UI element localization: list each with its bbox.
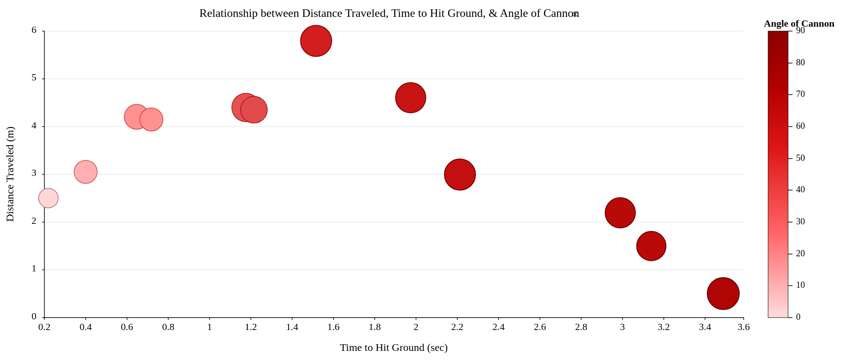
- x-tick-20: 2: [414, 321, 419, 332]
- colorbar-tick-30: 30: [796, 216, 805, 226]
- x-tick-08: 0.8: [162, 321, 174, 332]
- x-tick-36: 3.6: [737, 321, 750, 332]
- data-point-1: [39, 188, 58, 208]
- y-axis-label: Distance Traveled (m): [4, 127, 16, 222]
- x-tick-24: 2.4: [492, 321, 505, 332]
- colorbar-tick-70: 70: [796, 89, 805, 99]
- colorbar-tick-50: 50: [796, 153, 805, 163]
- y-tick-5: 5: [32, 72, 36, 83]
- data-point-12: [707, 278, 739, 310]
- x-tick-12: 1.2: [245, 321, 257, 332]
- colorbar-tick-60: 60: [796, 121, 805, 131]
- colorbar-tick-0: 0: [796, 312, 801, 322]
- colorbar: [768, 31, 788, 318]
- data-point-11: [637, 231, 666, 261]
- x-tick-22: 2.2: [451, 321, 464, 332]
- colorbar-tick-80: 80: [796, 57, 805, 67]
- colorbar-tick-90: 90: [796, 25, 805, 35]
- chart-title: Relationship between Distance Traveled, …: [199, 7, 579, 20]
- data-point-6: [241, 96, 267, 123]
- x-axis-label: Time to Hit Ground (sec): [340, 342, 448, 353]
- data-point-9: [444, 159, 476, 190]
- close-button[interactable]: ×: [572, 8, 578, 20]
- colorbar-tick-20: 20: [796, 248, 805, 258]
- colorbar-tick-10: 10: [796, 280, 805, 290]
- scatter-chart: Relationship between Distance Traveled, …: [0, 0, 868, 362]
- data-point-2: [74, 160, 97, 183]
- data-point-8: [396, 83, 426, 113]
- y-tick-0: 0: [32, 310, 36, 322]
- data-point-7: [301, 25, 332, 56]
- x-tick-16: 1.6: [327, 321, 340, 332]
- data-point-10: [605, 198, 635, 228]
- x-tick-10: 1: [207, 321, 212, 332]
- x-tick-02: 0.2: [38, 321, 51, 332]
- chart-container: Relationship between Distance Traveled, …: [0, 0, 868, 362]
- x-tick-04: 0.4: [79, 321, 92, 332]
- colorbar-tick-40: 40: [796, 184, 805, 194]
- x-tick-32: 3.2: [658, 321, 670, 332]
- y-tick-3: 3: [32, 167, 36, 178]
- x-tick-28: 2.8: [575, 321, 587, 332]
- data-point-4: [140, 108, 163, 131]
- x-tick-30: 3: [620, 321, 625, 332]
- x-tick-06: 0.6: [121, 321, 133, 332]
- x-tick-18: 1.8: [369, 321, 381, 332]
- y-tick-1: 1: [32, 263, 36, 274]
- y-tick-2: 2: [32, 215, 36, 226]
- y-tick-6: 6: [32, 24, 36, 35]
- x-tick-34: 3.4: [699, 321, 711, 332]
- x-tick-26: 2.6: [534, 321, 546, 332]
- x-tick-14: 1.4: [286, 321, 298, 332]
- y-tick-4: 4: [32, 119, 36, 131]
